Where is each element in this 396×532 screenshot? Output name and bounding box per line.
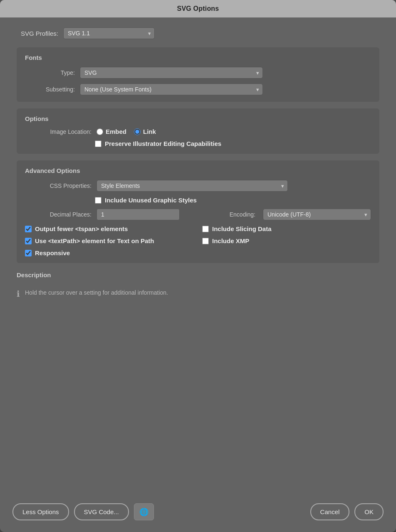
include-slicing-label: Include Slicing Data <box>212 225 272 232</box>
include-xmp-label: Include XMP <box>212 237 249 244</box>
dialog-title: SVG Options <box>177 5 219 12</box>
dialog-body: SVG Profiles: SVG 1.1 SVG 1.0 SVG Basic … <box>0 17 396 495</box>
fonts-section: Fonts Type: SVG Convert to Outline None … <box>17 47 379 102</box>
type-label: Type: <box>25 69 75 76</box>
description-content: ℹ Hold the cursor over a setting for add… <box>17 284 379 303</box>
title-bar: SVG Options <box>0 0 396 17</box>
preserve-illustrator-checkbox[interactable] <box>95 140 101 147</box>
ok-button[interactable]: OK <box>354 503 384 520</box>
image-location-label: Image Location: <box>25 128 92 135</box>
type-select[interactable]: SVG Convert to Outline None <box>80 67 263 79</box>
preserve-illustrator-checkbox-item[interactable]: Preserve Illustrator Editing Capabilitie… <box>95 140 221 147</box>
use-textpath-label: Use <textPath> element for Text on Path <box>35 237 154 244</box>
link-radio[interactable] <box>134 128 141 135</box>
include-unused-row: Include Unused Graphic Styles <box>25 197 371 204</box>
encoding-select-wrapper: Unicode (UTF-8) ISO-8859-1 UTF-16 <box>263 209 371 220</box>
embed-label: Embed <box>106 128 126 135</box>
footer: Less Options SVG Code... 🌐 Cancel OK <box>0 495 396 532</box>
advanced-checkboxes-grid: Output fewer <tspan> elements Include Sl… <box>25 225 371 256</box>
encoding-label: Encoding: <box>230 211 255 218</box>
output-fewer-label: Output fewer <tspan> elements <box>35 225 128 232</box>
advanced-options-section: Advanced Options CSS Properties: Style E… <box>17 160 379 263</box>
subsetting-row: Subsetting: None (Use System Fonts) Only… <box>25 84 371 95</box>
subsetting-label: Subsetting: <box>25 86 75 93</box>
info-icon: ℹ <box>17 289 20 299</box>
cancel-button[interactable]: Cancel <box>310 503 350 520</box>
css-properties-row: CSS Properties: Style Elements Presentat… <box>25 180 371 192</box>
embed-radio[interactable] <box>97 128 103 135</box>
advanced-options-title: Advanced Options <box>25 167 371 174</box>
responsive-label: Responsive <box>35 249 70 256</box>
responsive-item[interactable]: Responsive <box>25 249 194 256</box>
type-select-wrapper: SVG Convert to Outline None <box>80 67 263 79</box>
use-textpath-checkbox[interactable] <box>25 238 32 244</box>
subsetting-select-wrapper: None (Use System Fonts) Only Glyphs Used… <box>80 84 263 95</box>
options-section-title: Options <box>25 115 371 122</box>
use-textpath-item[interactable]: Use <textPath> element for Text on Path <box>25 237 194 244</box>
include-slicing-checkbox[interactable] <box>202 226 209 232</box>
include-unused-label: Include Unused Graphic Styles <box>105 197 197 204</box>
image-location-row: Image Location: Embed Link <box>25 128 371 135</box>
footer-right: Cancel OK <box>310 503 384 520</box>
svg-profiles-select-wrapper: SVG 1.1 SVG 1.0 SVG Basic SVG Tiny <box>63 27 155 39</box>
include-xmp-checkbox[interactable] <box>202 238 209 244</box>
image-location-radio-group: Embed Link <box>97 128 156 135</box>
svg-profiles-row: SVG Profiles: SVG 1.1 SVG 1.0 SVG Basic … <box>17 27 379 39</box>
css-properties-label: CSS Properties: <box>25 182 92 189</box>
output-fewer-checkbox[interactable] <box>25 226 32 232</box>
decimal-encoding-row: Decimal Places: Encoding: Unicode (UTF-8… <box>25 209 371 220</box>
svg-profiles-label: SVG Profiles: <box>21 30 58 37</box>
include-unused-checkbox-item[interactable]: Include Unused Graphic Styles <box>95 197 197 204</box>
output-fewer-item[interactable]: Output fewer <tspan> elements <box>25 225 194 232</box>
less-options-button[interactable]: Less Options <box>12 503 69 520</box>
link-radio-item[interactable]: Link <box>134 128 156 135</box>
css-select-wrapper: Style Elements Presentation Attributes S… <box>97 180 288 192</box>
encoding-row: Encoding: Unicode (UTF-8) ISO-8859-1 UTF… <box>230 209 371 220</box>
description-title: Description <box>17 271 379 278</box>
decimal-places-input[interactable] <box>97 209 180 220</box>
subsetting-select[interactable]: None (Use System Fonts) Only Glyphs Used… <box>80 84 263 95</box>
globe-button[interactable]: 🌐 <box>134 503 154 520</box>
include-unused-checkbox[interactable] <box>95 197 101 204</box>
preserve-illustrator-label: Preserve Illustrator Editing Capabilitie… <box>105 140 221 147</box>
responsive-checkbox[interactable] <box>25 250 32 256</box>
decimal-places-label: Decimal Places: <box>25 211 92 218</box>
preserve-illustrator-row: Preserve Illustrator Editing Capabilitie… <box>25 140 371 147</box>
include-xmp-item[interactable]: Include XMP <box>202 237 371 244</box>
options-section: Options Image Location: Embed Link <box>17 108 379 154</box>
link-label: Link <box>143 128 156 135</box>
css-properties-select[interactable]: Style Elements Presentation Attributes S… <box>97 180 288 192</box>
embed-radio-item[interactable]: Embed <box>97 128 126 135</box>
description-section: Description ℹ Hold the cursor over a set… <box>17 271 379 303</box>
footer-left: Less Options SVG Code... 🌐 <box>12 503 154 520</box>
type-row: Type: SVG Convert to Outline None <box>25 67 371 79</box>
globe-icon: 🌐 <box>139 508 148 516</box>
encoding-select[interactable]: Unicode (UTF-8) ISO-8859-1 UTF-16 <box>263 209 371 220</box>
description-text: Hold the cursor over a setting for addit… <box>25 288 168 297</box>
include-slicing-item[interactable]: Include Slicing Data <box>202 225 371 232</box>
svg-code-button[interactable]: SVG Code... <box>74 503 129 520</box>
fonts-section-title: Fonts <box>25 54 371 61</box>
svg-profiles-select[interactable]: SVG 1.1 SVG 1.0 SVG Basic SVG Tiny <box>63 27 155 39</box>
svg-options-dialog: SVG Options SVG Profiles: SVG 1.1 SVG 1.… <box>0 0 396 532</box>
